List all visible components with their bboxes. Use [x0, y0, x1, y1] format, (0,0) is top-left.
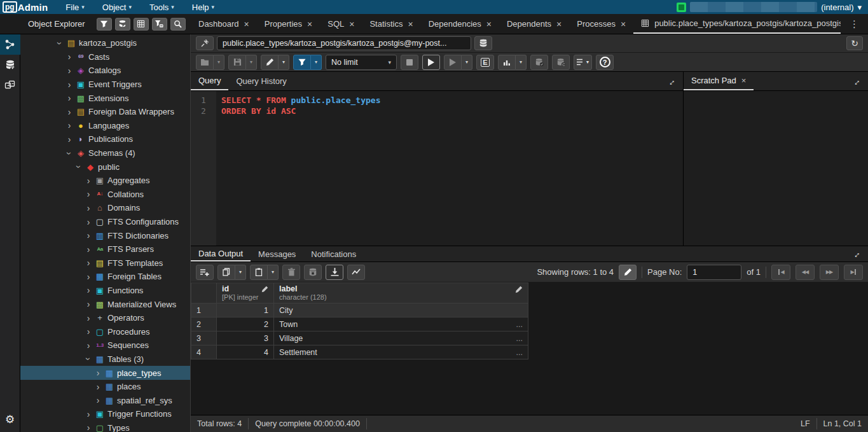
chevron-icon[interactable]: ›	[65, 66, 73, 75]
explain-analyze-dropdown[interactable]: ▾	[516, 55, 527, 70]
save-data-changes-button[interactable]	[304, 265, 322, 280]
chevron-icon[interactable]: ›	[85, 258, 92, 267]
previous-page-button[interactable]: ◀◀	[796, 265, 815, 280]
close-icon[interactable]: ×	[741, 76, 747, 85]
menu-file[interactable]: File▾	[57, 0, 93, 14]
tree-item-foreign-tables[interactable]: › ▦ Foreign Tables	[20, 270, 190, 284]
graph-visualiser-button[interactable]	[347, 265, 365, 280]
open-file-dropdown[interactable]: ▾	[214, 55, 224, 70]
chevron-icon[interactable]: ›	[74, 163, 83, 171]
chevron-icon[interactable]: ›	[65, 121, 73, 130]
search-objects-button[interactable]	[170, 18, 186, 31]
tree-item-public[interactable]: › ◆ public	[20, 160, 190, 174]
tree-item-operators[interactable]: › + Operators	[20, 311, 190, 325]
label-cell[interactable]: City	[274, 303, 528, 317]
chevron-icon[interactable]: ›	[85, 410, 92, 419]
menu-object[interactable]: Object▾	[93, 0, 141, 14]
tab-query-history[interactable]: Query History	[228, 72, 294, 90]
connection-status-button[interactable]	[196, 36, 214, 50]
tree-item-tables-3[interactable]: › ▦ Tables (3)	[20, 352, 190, 366]
expand-scratch-pad-button[interactable]: ↔	[844, 72, 868, 90]
filter-button[interactable]	[293, 55, 311, 70]
query-tool-panel-button[interactable]	[0, 55, 20, 75]
chevron-icon[interactable]: ›	[65, 108, 73, 116]
eol-indicator[interactable]: LF	[801, 419, 810, 428]
first-page-button[interactable]: ◀	[771, 265, 790, 280]
tree-item-types[interactable]: › ▢ Types	[20, 421, 190, 432]
scratch-pad-textarea[interactable]	[684, 91, 868, 246]
new-connection-button[interactable]	[474, 36, 492, 50]
label-cell[interactable]: Town...	[274, 317, 528, 331]
explain-button[interactable]: E	[476, 55, 494, 70]
tab-query[interactable]: Query	[191, 72, 228, 90]
save-results-to-file-button[interactable]	[326, 265, 343, 280]
chevron-icon[interactable]: ›	[55, 39, 64, 47]
tab-data-output[interactable]: Data Output	[191, 246, 251, 261]
tree-item-foreign-data-wrappers[interactable]: › ▤ Foreign Data Wrappers	[20, 105, 190, 119]
edit-dropdown[interactable]: ▾	[279, 55, 289, 70]
execute-options-button[interactable]	[444, 55, 462, 70]
chevron-icon[interactable]: ›	[85, 204, 92, 213]
chevron-icon[interactable]: ›	[94, 368, 102, 377]
id-cell[interactable]: 4	[217, 345, 274, 359]
tree-item-sequences[interactable]: › 1..3 Sequences	[20, 338, 190, 352]
close-icon[interactable]: ×	[244, 19, 249, 29]
cancel-query-button[interactable]	[401, 55, 418, 70]
tab-sql[interactable]: SQL ×	[320, 14, 362, 34]
close-icon[interactable]: ×	[349, 19, 354, 29]
chevron-icon[interactable]: ›	[85, 341, 92, 350]
tree-item-fts-configurations[interactable]: › ▢ FTS Configurations	[20, 215, 190, 229]
row-limit-select[interactable]: No limit ▾	[326, 55, 397, 70]
explain-analyze-button[interactable]	[498, 55, 516, 70]
chevron-icon[interactable]: ›	[94, 382, 102, 391]
expand-output-button[interactable]: ↔	[844, 246, 868, 261]
edit-button[interactable]	[261, 55, 279, 70]
tab-processes[interactable]: Processes ×	[569, 14, 633, 34]
tree-item-casts[interactable]: › 69 Casts	[20, 50, 190, 64]
tree-item-fts-dictionaries[interactable]: › ▥ FTS Dictionaries	[20, 228, 190, 242]
tree-item-fts-parsers[interactable]: › Aa FTS Parsers	[20, 242, 190, 256]
id-cell[interactable]: 3	[217, 331, 274, 345]
tree-item-functions[interactable]: › ▣ Functions	[20, 284, 190, 298]
close-icon[interactable]: ×	[556, 19, 561, 29]
tree-item-spatial-ref-sys[interactable]: › ▦ spatial_ref_sys	[20, 393, 190, 407]
tree-item-kartoza-postgis[interactable]: › ▤ kartoza_postgis	[20, 36, 190, 50]
tree-item-languages[interactable]: › ● Languages	[20, 119, 190, 133]
tree-item-extensions[interactable]: › ▩ Extensions	[20, 91, 190, 105]
id-cell[interactable]: 1	[217, 303, 274, 317]
tab-scratch-pad[interactable]: Scratch Pad ×	[684, 72, 754, 90]
tree-item-schemas-4[interactable]: › ◈ Schemas (4)	[20, 146, 190, 160]
settings-button[interactable]: ⚙	[0, 409, 20, 429]
filtered-rows-button[interactable]	[152, 18, 167, 31]
row-number-cell[interactable]: 3	[191, 331, 217, 345]
tree-item-trigger-functions[interactable]: › ▣ Trigger Functions	[20, 407, 190, 421]
edit-range-button[interactable]	[619, 265, 637, 280]
label-cell[interactable]: Village...	[274, 331, 528, 345]
row-number-cell[interactable]: 2	[191, 317, 217, 331]
tab-overflow-menu[interactable]: ⋮	[841, 14, 868, 34]
commit-button[interactable]	[530, 55, 548, 70]
tree-item-places[interactable]: › ▦ places	[20, 380, 190, 394]
chevron-icon[interactable]: ›	[85, 176, 92, 185]
tree-item-collations[interactable]: › A↓ Collations	[20, 188, 190, 202]
close-icon[interactable]: ×	[621, 19, 626, 29]
copy-dropdown[interactable]: ▾	[235, 265, 246, 280]
tab-dashboard[interactable]: Dashboard ×	[191, 14, 257, 34]
chevron-icon[interactable]: ›	[85, 231, 92, 240]
tree-item-procedures[interactable]: › ▢ Procedures	[20, 324, 190, 338]
macros-button[interactable]: ▾	[574, 55, 592, 70]
tab-dependents[interactable]: Dependents ×	[499, 14, 569, 34]
tab-messages[interactable]: Messages	[251, 246, 303, 261]
help-button[interactable]: ?	[596, 55, 614, 70]
tab-properties[interactable]: Properties ×	[257, 14, 320, 34]
tab-public-place-types-kartoza-postgis-karto[interactable]: public.place_types/kartoza_postgis/karto…	[633, 14, 841, 34]
chevron-icon[interactable]: ›	[85, 245, 92, 254]
delete-row-button[interactable]	[282, 265, 300, 280]
next-page-button[interactable]: ▶▶	[820, 265, 839, 280]
view-data-button[interactable]	[134, 18, 149, 31]
paste-dropdown[interactable]: ▾	[268, 265, 279, 280]
execute-options-dropdown[interactable]: ▾	[462, 55, 472, 70]
tree-item-catalogs[interactable]: › ◈ Catalogs	[20, 64, 190, 78]
refresh-tree-button[interactable]	[115, 18, 130, 31]
pencil-icon[interactable]	[261, 284, 268, 293]
